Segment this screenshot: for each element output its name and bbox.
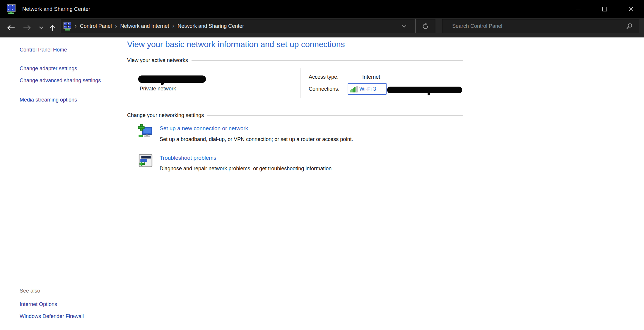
access-type-value: Internet [362, 74, 380, 80]
search-box [442, 19, 640, 33]
section-title: Change your networking settings [127, 112, 204, 118]
redaction-mark [161, 81, 164, 85]
window-controls [565, 0, 644, 18]
chevron-down-icon [402, 25, 406, 28]
minimize-icon [576, 9, 580, 9]
search-input[interactable] [452, 19, 622, 33]
network-icon [63, 22, 71, 31]
title-bar: Network and Sharing Center [0, 0, 644, 18]
sidebar-item-media-streaming-options[interactable]: Media streaming options [20, 96, 77, 104]
address-bar[interactable]: › Control Panel › Network and Internet ›… [61, 19, 435, 33]
chevron-down-icon [39, 26, 43, 29]
navigation-toolbar: › Control Panel › Network and Internet ›… [0, 18, 644, 37]
maximize-icon [602, 7, 607, 11]
forward-icon [23, 25, 31, 31]
connections-label: Connections: [309, 86, 339, 92]
up-icon [49, 24, 56, 31]
maximize-button[interactable] [591, 0, 618, 18]
column-divider [300, 68, 300, 98]
magnifier-icon[interactable] [626, 23, 633, 30]
wifi-connection-link-focus[interactable]: Wi-Fi 3 [348, 83, 387, 95]
see-also-header: See also [20, 288, 40, 294]
forward-button[interactable] [23, 25, 31, 31]
content-area: Control Panel Home Change adapter settin… [0, 37, 644, 330]
breadcrumb-separator: › [115, 23, 117, 30]
redacted-connection-detail [387, 87, 462, 93]
redacted-network-name [138, 75, 206, 83]
sidebar-item-change-advanced-sharing-settings[interactable]: Change advanced sharing settings [20, 76, 103, 85]
setup-connection-description: Set up a broadband, dial-up, or VPN conn… [160, 136, 353, 142]
sidebar-item-control-panel-home[interactable]: Control Panel Home [20, 46, 67, 54]
sidebar-item-internet-options[interactable]: Internet Options [20, 300, 57, 308]
new-connection-icon [138, 124, 153, 139]
breadcrumb-control-panel[interactable]: Control Panel [80, 23, 112, 29]
section-rule [207, 115, 463, 116]
breadcrumb-separator: › [75, 23, 77, 30]
networking-settings-section-header: Change your networking settings [127, 112, 463, 118]
page-title: View your basic network information and … [127, 40, 345, 49]
breadcrumb-separator: › [172, 23, 175, 30]
minimize-button[interactable] [565, 0, 591, 18]
close-icon [628, 6, 633, 12]
refresh-icon [422, 23, 429, 30]
setup-connection-link[interactable]: Set up a new connection or network [160, 125, 248, 132]
breadcrumb-network-and-sharing-center[interactable]: Network and Sharing Center [177, 23, 244, 29]
refresh-button[interactable] [416, 19, 435, 33]
sidebar-item-change-adapter-settings[interactable]: Change adapter settings [20, 64, 77, 73]
redaction-mark [428, 92, 430, 95]
wifi-signal-icon [350, 86, 358, 92]
section-rule [192, 60, 463, 61]
access-type-label: Access type: [309, 74, 339, 80]
close-button[interactable] [618, 0, 644, 18]
window-title: Network and Sharing Center [22, 6, 90, 12]
up-button[interactable] [49, 24, 56, 31]
back-button[interactable] [7, 25, 15, 31]
wifi-connection-link[interactable]: Wi-Fi 3 [359, 86, 376, 92]
breadcrumb-network-and-internet[interactable]: Network and Internet [120, 23, 169, 29]
troubleshoot-icon [139, 154, 153, 167]
network-icon [6, 4, 16, 14]
recent-pages-button[interactable] [39, 26, 43, 29]
network-profile-label: Private network [140, 86, 176, 92]
troubleshoot-description: Diagnose and repair network problems, or… [160, 166, 333, 172]
back-icon [7, 25, 15, 31]
section-title: View your active networks [127, 57, 188, 63]
sidebar-item-windows-defender-firewall[interactable]: Windows Defender Firewall [20, 312, 84, 320]
active-networks-section-header: View your active networks [127, 57, 463, 63]
troubleshoot-link[interactable]: Troubleshoot problems [160, 155, 216, 161]
address-dropdown-button[interactable] [398, 19, 411, 33]
